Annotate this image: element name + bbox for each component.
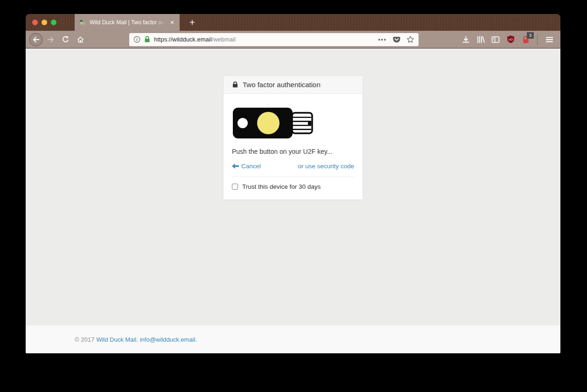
- links-row: Cancel or use security code: [232, 163, 354, 170]
- page-info-icon[interactable]: [133, 36, 140, 43]
- page-footer: © 2017 Wild Duck Mail. info@wildduck.ema…: [26, 325, 560, 353]
- brand-link[interactable]: Wild Duck Mail.: [96, 336, 138, 343]
- two-factor-card: Two factor authentication Push the butto…: [223, 76, 363, 200]
- card-divider: [232, 177, 354, 177]
- download-icon: [462, 36, 470, 43]
- lock-icon: [232, 81, 238, 88]
- copyright-text: © 2017: [75, 336, 94, 343]
- close-window-button[interactable]: [32, 20, 38, 25]
- email-link[interactable]: info@wildduck.email.: [140, 336, 197, 343]
- ublock-text: uO: [509, 38, 513, 41]
- duck-favicon-icon: [79, 19, 86, 26]
- tab-active[interactable]: Wild Duck Mail | Two factor auth ✕: [75, 14, 180, 31]
- ublock-origin-button[interactable]: uO: [503, 33, 518, 47]
- u2f-key-image: [232, 107, 314, 139]
- notification-badge: 3: [527, 32, 534, 39]
- trust-device-row: Trust this device for 30 days: [232, 183, 354, 190]
- url-host: https://wildduck.email: [154, 36, 212, 43]
- instruction-text: Push the button on your U2F key...: [232, 148, 354, 155]
- tab-title: Wild Duck Mail | Two factor auth: [90, 19, 166, 26]
- sidebar-toggle-button[interactable]: [488, 33, 503, 47]
- use-security-code-link[interactable]: or use security code: [298, 163, 354, 170]
- back-arrow-icon: [32, 36, 40, 43]
- forward-button[interactable]: [43, 33, 57, 47]
- forward-arrow-icon: [47, 36, 55, 43]
- url-bar[interactable]: https://wildduck.email/webmail •••: [129, 33, 419, 46]
- trust-device-checkbox[interactable]: [232, 184, 238, 190]
- back-arrow-icon: [232, 164, 239, 169]
- library-icon: [476, 36, 485, 43]
- reload-icon: [62, 35, 70, 43]
- page-actions-icon[interactable]: •••: [378, 36, 387, 43]
- page-content: Two factor authentication Push the butto…: [26, 48, 560, 325]
- url-text: https://wildduck.email/webmail: [154, 36, 236, 43]
- https-lock-icon[interactable]: [144, 36, 150, 43]
- navigation-toolbar: https://wildduck.email/webmail •••: [26, 31, 560, 48]
- back-button[interactable]: [29, 33, 42, 46]
- tab-bar: Wild Duck Mail | Two factor auth ✕ +: [26, 14, 560, 31]
- cancel-label: Cancel: [241, 163, 261, 170]
- new-tab-button[interactable]: +: [184, 14, 200, 31]
- card-title: Two factor authentication: [243, 81, 321, 89]
- sidebar-icon: [491, 36, 500, 43]
- home-button[interactable]: [73, 33, 87, 47]
- minimize-window-button[interactable]: [42, 20, 47, 25]
- card-body: Push the button on your U2F key... Cance…: [224, 94, 363, 199]
- reload-button[interactable]: [58, 33, 72, 47]
- toolbar-right-cluster: uO 3: [458, 33, 557, 47]
- browser-window: Wild Duck Mail | Two factor auth ✕ +: [26, 14, 560, 353]
- cancel-link[interactable]: Cancel: [232, 163, 261, 170]
- url-path: /webmail: [212, 36, 236, 43]
- pocket-icon[interactable]: [392, 35, 401, 44]
- zoom-window-button[interactable]: [51, 20, 56, 25]
- trust-device-label[interactable]: Trust this device for 30 days: [242, 183, 321, 190]
- toolbar-separator: [537, 34, 538, 46]
- bookmark-star-icon[interactable]: [406, 35, 414, 43]
- downloads-button[interactable]: [458, 33, 473, 47]
- lock-extension-button[interactable]: 3: [518, 33, 533, 47]
- hamburger-menu-icon: [545, 36, 553, 43]
- card-header: Two factor authentication: [224, 76, 363, 94]
- menu-button[interactable]: [542, 33, 557, 47]
- ublock-shield-icon: uO: [506, 35, 515, 44]
- traffic-lights: [32, 20, 56, 25]
- tab-close-icon[interactable]: ✕: [169, 20, 175, 26]
- home-icon: [77, 36, 84, 43]
- library-button[interactable]: [473, 33, 488, 47]
